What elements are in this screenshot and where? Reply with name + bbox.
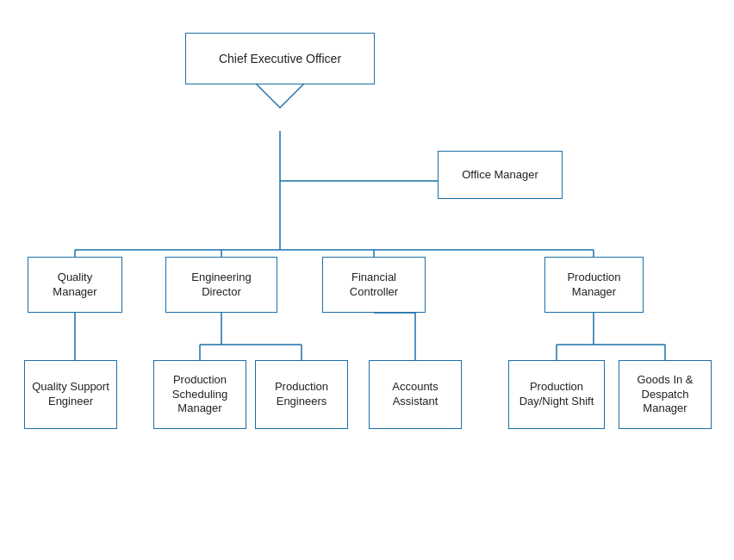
- goods-in-despatch-manager-node: Goods In & Despatch Manager: [619, 360, 712, 429]
- quality-manager-label: Quality Manager: [35, 271, 115, 300]
- office-manager-node: Office Manager: [438, 151, 563, 199]
- goods-in-despatch-manager-label: Goods In & Despatch Manager: [626, 373, 704, 417]
- ceo-label: Chief Executive Officer: [219, 52, 341, 65]
- accounts-assistant-node: Accounts Assistant: [369, 360, 462, 429]
- financial-controller-label: Financial Controller: [330, 271, 418, 300]
- production-scheduling-manager-node: Production Scheduling Manager: [153, 360, 246, 429]
- financial-controller-node: Financial Controller: [322, 257, 426, 313]
- production-manager-label: Production Manager: [552, 271, 636, 300]
- quality-manager-node: Quality Manager: [28, 257, 122, 313]
- ceo-tail-inner: [258, 84, 302, 107]
- quality-support-engineer-node: Quality Support Engineer: [24, 360, 117, 429]
- ceo-node: Chief Executive Officer: [185, 33, 375, 84]
- accounts-assistant-label: Accounts Assistant: [376, 380, 454, 409]
- production-engineers-node: Production Engineers: [255, 360, 348, 429]
- org-chart: Chief Executive Officer Office Manager Q…: [0, 0, 734, 560]
- production-engineers-label: Production Engineers: [263, 380, 340, 409]
- ceo-box: Chief Executive Officer: [185, 33, 375, 84]
- production-manager-node: Production Manager: [544, 257, 644, 313]
- engineering-director-node: Engineering Director: [165, 257, 277, 313]
- production-scheduling-manager-label: Production Scheduling Manager: [161, 373, 239, 417]
- production-day-night-shift-label: Production Day/Night Shift: [516, 380, 597, 409]
- office-manager-label: Office Manager: [462, 168, 538, 183]
- production-day-night-shift-node: Production Day/Night Shift: [508, 360, 605, 429]
- engineering-director-label: Engineering Director: [173, 271, 270, 300]
- quality-support-engineer-label: Quality Support Engineer: [32, 380, 109, 409]
